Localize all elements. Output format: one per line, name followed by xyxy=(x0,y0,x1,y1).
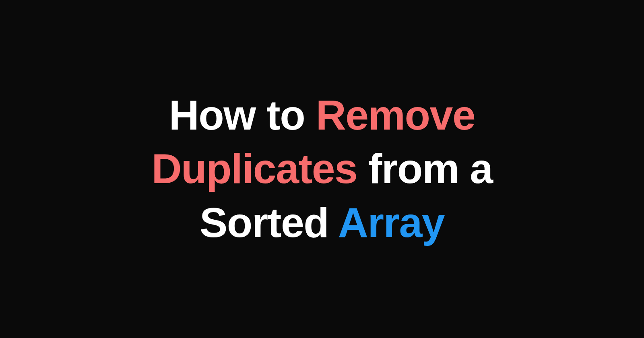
title-segment-1: How to xyxy=(169,92,316,138)
main-title: How to Remove Duplicates from a Sorted A… xyxy=(97,89,547,249)
title-container: How to Remove Duplicates from a Sorted A… xyxy=(80,89,564,249)
title-segment-4: Array xyxy=(338,199,444,246)
